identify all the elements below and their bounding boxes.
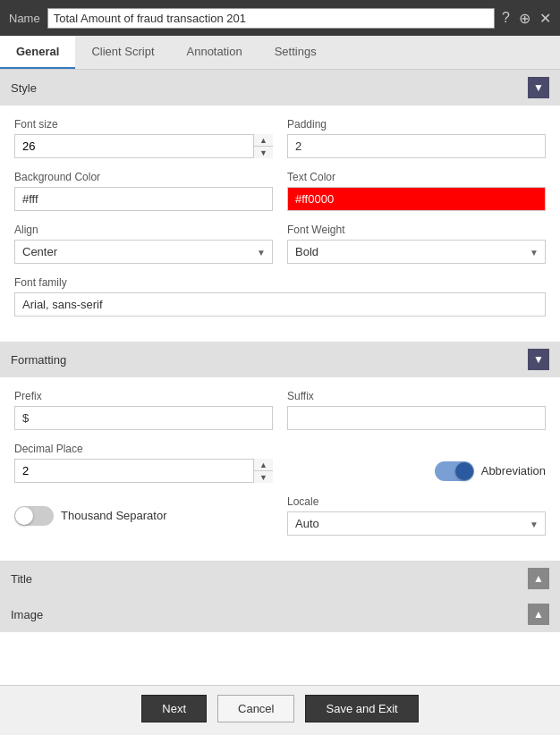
title-section-header: Title ▲ (0, 561, 560, 596)
locale-select[interactable]: Auto en-US en-GB fr-FR (287, 511, 546, 536)
thousand-locale-row: Thousand Separator Locale Auto en-US en-… (14, 495, 546, 536)
footer: Next Cancel Save and Exit (0, 685, 560, 731)
title-section-toggle[interactable]: ▲ (528, 568, 549, 589)
style-section-header: Style ▼ (0, 70, 560, 106)
prefix-label: Prefix (14, 390, 273, 402)
thousand-label: Thousand Separator (61, 509, 167, 522)
header-icons: ? ⊕ ✕ (502, 10, 551, 27)
thousand-toggle[interactable] (14, 506, 54, 526)
tab-annotation[interactable]: Annotation (171, 36, 259, 69)
font-weight-label: Font Weight (287, 224, 546, 236)
locale-select-wrapper: Auto en-US en-GB fr-FR ▼ (287, 511, 546, 536)
font-size-spinner-btns: ▲ ▼ (253, 134, 273, 158)
abbreviation-label: Abbreviation (481, 464, 546, 477)
thousand-toggle-thumb (15, 507, 33, 525)
prefix-suffix-row: Prefix Suffix (14, 390, 546, 430)
thousand-toggle-track[interactable] (14, 506, 54, 526)
color-row: Background Color Text Color (14, 171, 546, 211)
text-color-input[interactable] (287, 187, 546, 211)
bg-color-input[interactable] (14, 187, 273, 211)
style-section-label: Style (11, 81, 37, 95)
bg-color-label: Background Color (14, 171, 273, 183)
abbreviation-group: Abbreviation (287, 445, 546, 481)
font-size-up[interactable]: ▲ (254, 134, 273, 147)
thousand-group: Thousand Separator (14, 506, 273, 526)
text-color-group: Text Color (287, 171, 546, 211)
decimal-up[interactable]: ▲ (254, 459, 273, 471)
align-weight-row: Align Left Center Right ▼ Font Weight No… (14, 224, 546, 264)
font-size-spinner: ▲ ▼ (14, 134, 273, 158)
title-input[interactable] (47, 8, 495, 29)
style-section-toggle[interactable]: ▼ (528, 77, 549, 98)
abbreviation-toggle[interactable] (435, 461, 474, 481)
prefix-group: Prefix (14, 390, 273, 430)
align-select[interactable]: Left Center Right (14, 240, 273, 264)
move-icon[interactable]: ⊕ (519, 10, 530, 27)
cancel-button[interactable]: Cancel (217, 695, 294, 722)
decimal-spinner: ▲ ▼ (14, 459, 273, 483)
locale-label: Locale (287, 495, 546, 508)
abbreviation-toggle-thumb (455, 462, 473, 480)
font-size-group: Font size ▲ ▼ (14, 118, 273, 158)
decimal-abbrev-row: Decimal Place ▲ ▼ Abbreviation (14, 443, 546, 483)
image-section-header: Image ▲ (0, 596, 560, 632)
decimal-down[interactable]: ▼ (254, 471, 273, 483)
tab-bar: General Client Script Annotation Setting… (0, 36, 560, 70)
image-section-label: Image (11, 608, 43, 621)
suffix-label: Suffix (287, 390, 546, 402)
close-icon[interactable]: ✕ (539, 10, 551, 27)
font-padding-row: Font size ▲ ▼ Padding (14, 118, 546, 158)
font-weight-select-wrapper: Normal Bold Italic ▼ (287, 240, 546, 264)
font-size-label: Font size (14, 118, 273, 131)
text-color-label: Text Color (287, 171, 546, 183)
tab-general[interactable]: General (0, 36, 75, 69)
image-section-toggle[interactable]: ▲ (528, 604, 549, 625)
title-section-label: Title (11, 572, 32, 586)
content-area: Style ▼ Font size ▲ ▼ Padding (0, 70, 560, 685)
tab-client-script[interactable]: Client Script (75, 36, 170, 69)
font-weight-select[interactable]: Normal Bold Italic (287, 240, 546, 264)
bg-color-group: Background Color (14, 171, 273, 211)
decimal-group: Decimal Place ▲ ▼ (14, 443, 273, 483)
formatting-section-label: Formatting (11, 353, 66, 367)
tab-settings[interactable]: Settings (259, 36, 333, 69)
next-button[interactable]: Next (141, 695, 207, 722)
font-size-down[interactable]: ▼ (254, 147, 273, 158)
font-family-input[interactable] (14, 292, 546, 317)
formatting-form: Prefix Suffix Decimal Place ▲ ▼ (0, 377, 560, 561)
decimal-label: Decimal Place (14, 443, 273, 455)
name-label: Name (9, 12, 40, 25)
align-select-wrapper: Left Center Right ▼ (14, 240, 273, 264)
font-family-group: Font family (14, 276, 546, 317)
locale-group: Locale Auto en-US en-GB fr-FR ▼ (287, 495, 546, 536)
formatting-section-header: Formatting ▼ (0, 342, 560, 377)
align-label: Align (14, 224, 273, 236)
padding-label: Padding (287, 118, 546, 131)
decimal-spinner-btns: ▲ ▼ (253, 459, 273, 483)
save-exit-button[interactable]: Save and Exit (305, 695, 418, 722)
style-form: Font size ▲ ▼ Padding Background Color (0, 106, 560, 342)
align-group: Align Left Center Right ▼ (14, 224, 273, 264)
font-family-row: Font family (14, 276, 546, 317)
header: Name ? ⊕ ✕ (0, 0, 560, 36)
help-icon[interactable]: ? (502, 10, 510, 27)
suffix-group: Suffix (287, 390, 546, 430)
abbreviation-toggle-track[interactable] (435, 461, 474, 481)
prefix-input[interactable] (14, 406, 273, 430)
suffix-input[interactable] (287, 406, 546, 430)
padding-group: Padding (287, 118, 546, 158)
font-weight-group: Font Weight Normal Bold Italic ▼ (287, 224, 546, 264)
formatting-section-toggle[interactable]: ▼ (528, 349, 549, 370)
decimal-input[interactable] (14, 459, 273, 483)
font-family-label: Font family (14, 276, 546, 289)
padding-input[interactable] (287, 134, 546, 158)
font-size-input[interactable] (14, 134, 273, 158)
